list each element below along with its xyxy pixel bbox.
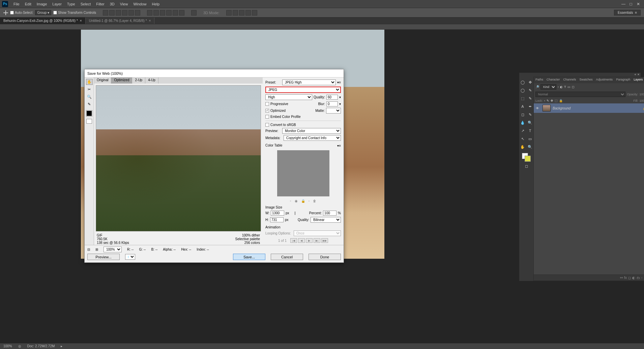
- menu-file[interactable]: File: [11, 0, 22, 8]
- blend-mode-select[interactable]: Normal: [535, 92, 625, 97]
- magnify-icon[interactable]: 🔍: [527, 144, 533, 150]
- plus-icon[interactable]: ⊞: [95, 248, 98, 251]
- filter-type-icon[interactable]: T: [564, 85, 566, 89]
- slice-visibility-icon[interactable]: [86, 119, 92, 124]
- hand-tool-icon[interactable]: ✋: [86, 79, 93, 85]
- eyedropper-tool-icon[interactable]: ✎: [86, 101, 93, 107]
- adjustment-icon[interactable]: ◐: [632, 276, 635, 280]
- fg-color-swatch[interactable]: [86, 110, 92, 116]
- maximize-icon[interactable]: □: [627, 2, 635, 6]
- tab-paragraph[interactable]: Paragraph: [614, 77, 632, 83]
- doc-info[interactable]: Doc: 2.72M/2.72M: [27, 344, 55, 348]
- convert-srgb-checkbox[interactable]: [265, 123, 269, 127]
- tab-layers[interactable]: Layers: [632, 77, 644, 83]
- ct-btn-icon[interactable]: 🔒: [301, 199, 305, 203]
- move-tool-icon[interactable]: [3, 10, 8, 15]
- ct-btn-icon[interactable]: ◉: [295, 199, 298, 203]
- workspace-switcher[interactable]: Essentials ≡: [614, 10, 641, 15]
- filter-shape-icon[interactable]: ▭: [567, 85, 570, 89]
- panel-close-icon[interactable]: ×: [638, 73, 639, 77]
- pen-icon[interactable]: ✒: [527, 103, 533, 109]
- zoom-tool-icon[interactable]: 🔍: [86, 94, 93, 100]
- preset-select[interactable]: JPEG High: [282, 80, 336, 85]
- rect-icon[interactable]: ▭: [527, 136, 533, 142]
- mode3d-btn[interactable]: [233, 10, 238, 15]
- browser-select[interactable]: 🌐: [125, 254, 135, 260]
- mode3d-btn[interactable]: [245, 10, 251, 15]
- show-transform-option[interactable]: Show Transform Controls: [53, 11, 96, 14]
- resample-select[interactable]: Bilinear: [311, 217, 341, 223]
- lock-nest-icon[interactable]: ⬚: [555, 99, 558, 102]
- align-btn[interactable]: [116, 10, 121, 15]
- progressive-checkbox[interactable]: [265, 102, 269, 106]
- quickmask-icon[interactable]: ◻: [523, 163, 530, 169]
- filter-smart-icon[interactable]: ◻: [572, 85, 574, 89]
- move-icon[interactable]: ✥: [527, 79, 533, 85]
- new-layer-icon[interactable]: ▫: [641, 276, 643, 280]
- mode3d-btn[interactable]: [239, 10, 244, 15]
- ct-btn-icon[interactable]: ▫: [309, 199, 310, 203]
- link-layers-icon[interactable]: ⚯: [620, 276, 623, 280]
- visibility-icon[interactable]: 👁: [536, 106, 540, 110]
- auto-select-mode[interactable]: Group ▾: [35, 10, 51, 15]
- align-btn[interactable]: [173, 10, 178, 15]
- filter-pixel-icon[interactable]: ▫: [558, 85, 559, 89]
- menu-window[interactable]: Window: [130, 0, 149, 8]
- align-btn[interactable]: [128, 10, 134, 15]
- ct-btn-icon[interactable]: 🗑: [313, 199, 316, 203]
- align-btn[interactable]: [122, 10, 127, 15]
- ct-btn-icon[interactable]: ▫: [290, 199, 291, 203]
- align-btn[interactable]: [153, 10, 159, 15]
- menu-filter[interactable]: Filter: [93, 0, 107, 8]
- height-input[interactable]: [270, 217, 284, 222]
- quality-preset-select[interactable]: High: [265, 94, 312, 100]
- tab-character[interactable]: Character: [545, 77, 562, 83]
- zoom-icon[interactable]: 🔍: [527, 120, 533, 126]
- minimize-icon[interactable]: —: [620, 2, 627, 6]
- text-icon[interactable]: A: [519, 103, 526, 109]
- mode3d-btn[interactable]: [252, 10, 257, 15]
- zoom-select[interactable]: 100%: [104, 247, 122, 252]
- color-table-menu-icon[interactable]: ▾≡: [337, 144, 341, 148]
- close-icon[interactable]: ✕: [635, 2, 642, 6]
- dropdown-icon[interactable]: ▾: [339, 95, 341, 99]
- link-icon[interactable]: ⎹⎸: [292, 211, 298, 215]
- filter-kind-icon[interactable]: 🔎: [535, 85, 539, 89]
- marquee-icon[interactable]: ◯: [519, 87, 526, 93]
- menu-view[interactable]: View: [117, 0, 131, 8]
- menu-3d[interactable]: 3D: [107, 0, 117, 8]
- dropdown-icon[interactable]: ▾: [339, 102, 341, 106]
- hand-icon[interactable]: ✋: [519, 144, 526, 150]
- quality-input[interactable]: [326, 95, 338, 100]
- brush-icon[interactable]: ✎: [527, 87, 533, 93]
- tab-4up[interactable]: 4-Up: [145, 77, 158, 84]
- scrubby-icon[interactable]: ◎: [18, 344, 21, 348]
- tab-optimized[interactable]: Optimized: [111, 77, 132, 84]
- blur-icon[interactable]: 💧: [519, 120, 526, 126]
- matte-select[interactable]: [326, 108, 341, 114]
- align-btn[interactable]: [166, 10, 172, 15]
- tab-2up[interactable]: 2-Up: [132, 77, 145, 84]
- preview-button[interactable]: Preview...: [87, 254, 120, 260]
- align-btn[interactable]: [191, 10, 197, 15]
- minus-icon[interactable]: ⊟: [87, 248, 90, 251]
- embed-profile-checkbox[interactable]: [265, 115, 269, 119]
- menu-help[interactable]: Help: [149, 0, 163, 8]
- brush2-icon[interactable]: ✎: [527, 112, 533, 118]
- menu-edit[interactable]: Edit: [22, 0, 34, 8]
- align-btn[interactable]: [135, 10, 140, 15]
- filter-adj-icon[interactable]: ◐: [560, 85, 563, 89]
- doc-info-arrow-icon[interactable]: ▸: [61, 344, 62, 348]
- done-button[interactable]: Done: [309, 254, 341, 260]
- lasso-icon[interactable]: ◯: [519, 79, 526, 85]
- lock-all-icon[interactable]: 🔒: [559, 99, 563, 102]
- path-icon[interactable]: ↗: [519, 128, 526, 134]
- lock-pixels-icon[interactable]: ✎: [547, 99, 549, 102]
- preset-menu-icon[interactable]: ▾≡: [337, 81, 341, 84]
- menu-image[interactable]: Image: [34, 0, 50, 8]
- bg-color[interactable]: [525, 156, 531, 162]
- align-btn[interactable]: [109, 10, 115, 15]
- select-icon[interactable]: ↖: [519, 136, 526, 142]
- fill-value[interactable]: 100%: [639, 99, 644, 102]
- tab-adjustments[interactable]: Adjustments: [594, 77, 615, 83]
